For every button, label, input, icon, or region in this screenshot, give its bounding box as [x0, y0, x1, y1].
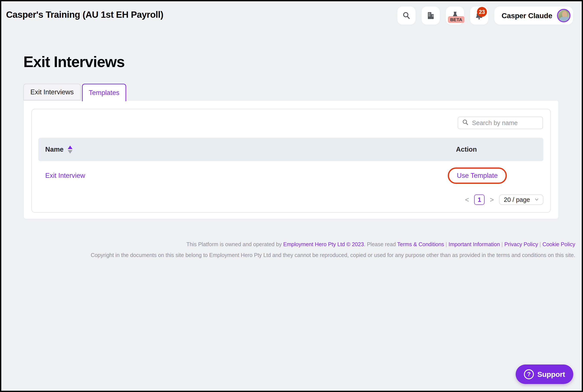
templates-panel: Name Action Exit Interview Use Template … [23, 100, 559, 219]
search-input[interactable] [472, 120, 539, 126]
column-header-name[interactable]: Name [38, 146, 456, 154]
use-template-button[interactable]: Use Template [457, 172, 498, 179]
column-header-action: Action [456, 146, 543, 154]
page-size-select[interactable]: 20 / page [499, 194, 543, 205]
annotation-highlight-oval: Use Template [448, 168, 507, 184]
footer-separator: | [501, 241, 503, 247]
help-icon: ? [524, 369, 534, 379]
footer-text: . Please read [364, 241, 397, 247]
footer-separator: | [539, 241, 541, 247]
notification-count-badge: 23 [477, 7, 487, 17]
organisation-button[interactable] [422, 6, 440, 25]
page-title: Exit Interviews [23, 53, 125, 70]
footer-important-info-link[interactable]: Important Information [449, 241, 500, 247]
search-icon [462, 119, 469, 127]
footer-text: This Platform is owned and operated by [186, 241, 283, 247]
table-header-row: Name Action [38, 138, 543, 161]
search-button[interactable] [397, 6, 415, 25]
template-action-cell: Use Template [456, 168, 543, 184]
table-row: Exit Interview Use Template [38, 161, 543, 190]
beta-features-button[interactable]: BETA [446, 6, 464, 25]
footer-owner-link[interactable]: Employment Hero Pty Ltd © 2023 [283, 241, 364, 247]
next-page-button[interactable]: > [490, 196, 494, 203]
site-footer: This Platform is owned and operated by E… [91, 239, 575, 260]
page-size-value: 20 / page [504, 196, 530, 203]
header-actions: BETA 23 Casper Claude [397, 6, 573, 25]
pagination: < 1 > 20 / page [465, 194, 543, 205]
avatar [557, 9, 570, 22]
current-page-button[interactable]: 1 [474, 194, 484, 205]
app-header: Casper's Training (AU 1st EH Payroll) [1, 1, 582, 32]
tab-templates[interactable]: Templates [82, 84, 126, 101]
chevron-down-icon [534, 196, 539, 203]
sort-control[interactable] [68, 146, 73, 154]
beta-badge: BETA [448, 16, 464, 23]
column-name-label: Name [45, 146, 64, 154]
support-button[interactable]: ? Support [516, 364, 573, 384]
support-label: Support [537, 370, 565, 378]
building-icon [426, 11, 435, 20]
template-name-link[interactable]: Exit Interview [45, 172, 85, 179]
sort-desc-icon [68, 150, 73, 154]
footer-cookie-link[interactable]: Cookie Policy [542, 241, 575, 247]
search-icon [402, 11, 411, 20]
profile-name: Casper Claude [502, 12, 552, 20]
footer-line1: This Platform is owned and operated by E… [91, 239, 575, 250]
notifications-button[interactable]: 23 [470, 6, 488, 25]
template-name-cell: Exit Interview [38, 172, 456, 180]
tab-bar: Exit Interviews Templates [23, 84, 126, 101]
footer-line2: Copyright in the documents on this site … [91, 250, 575, 260]
sort-asc-icon [68, 146, 73, 149]
search-box [458, 116, 543, 129]
tab-exit-interviews[interactable]: Exit Interviews [23, 84, 81, 100]
templates-card: Name Action Exit Interview Use Template … [31, 109, 551, 213]
prev-page-button[interactable]: < [465, 196, 469, 203]
footer-terms-link[interactable]: Terms & Conditions [397, 241, 444, 247]
footer-privacy-link[interactable]: Privacy Policy [504, 241, 538, 247]
profile-menu-button[interactable]: Casper Claude [494, 6, 573, 25]
footer-separator: | [446, 241, 447, 247]
workspace-title: Casper's Training (AU 1st EH Payroll) [6, 10, 163, 20]
